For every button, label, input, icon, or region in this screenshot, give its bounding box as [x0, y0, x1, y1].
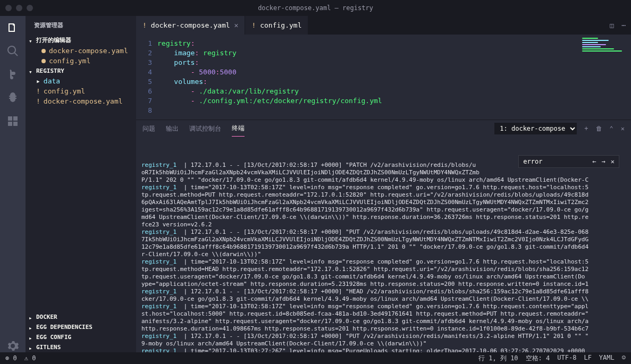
modified-dot-icon — [41, 59, 46, 63]
chevron-down-icon: ▾ — [29, 38, 34, 43]
find-widget: ← → ✕ — [518, 155, 619, 168]
chevron-right-icon: ▸ — [29, 345, 34, 350]
panel: 问题 输出 调试控制台 终端 1: docker-compose + 🗑 ⌃ ✕ — [136, 120, 631, 352]
maximize-window[interactable] — [27, 5, 33, 11]
prev-match-icon[interactable]: ← — [592, 158, 596, 165]
close-find-icon[interactable]: ✕ — [611, 158, 615, 165]
scm-icon[interactable] — [6, 68, 19, 81]
next-match-icon[interactable]: → — [602, 158, 605, 165]
status-feedback-icon[interactable]: ☺ — [622, 354, 626, 363]
minimize-window[interactable] — [16, 5, 22, 11]
tab-docker-compose[interactable]: !docker-compose.yaml✕ — [136, 16, 245, 35]
modified-dot-icon — [41, 49, 46, 53]
panel-tab-output[interactable]: 输出 — [166, 121, 179, 137]
panel-tab-terminal[interactable]: 终端 — [232, 121, 245, 137]
settings-icon[interactable] — [6, 340, 19, 352]
status-errors[interactable]: ⊗ 0 — [5, 354, 17, 362]
status-eol[interactable]: LF — [584, 354, 591, 363]
section-gitlens[interactable]: ▸GITLENS — [26, 342, 136, 352]
close-icon[interactable]: ✕ — [234, 21, 239, 29]
file-item[interactable]: ! config.yml — [26, 86, 136, 96]
more-icon[interactable]: ⋯ — [621, 21, 626, 29]
sidebar: 资源管理器 ▾打开的编辑器 docker-compose.yaml config… — [26, 16, 136, 352]
close-panel-icon[interactable]: ✕ — [621, 125, 625, 132]
terminal-output[interactable]: ← → ✕ registry_1 | 172.17.0.1 - - [13/Oc… — [136, 137, 631, 352]
chevron-right-icon: ▸ — [29, 325, 34, 330]
close-window[interactable] — [5, 5, 12, 11]
chevron-right-icon: ▸ — [36, 77, 40, 85]
open-editors-header[interactable]: ▾打开的编辑器 — [26, 35, 136, 46]
status-warnings[interactable]: ⚠ 0 — [24, 354, 36, 362]
find-input[interactable] — [523, 158, 587, 165]
status-cursor[interactable]: 行 1, 列 10 — [478, 354, 518, 363]
open-editor-item[interactable]: config.yml — [26, 56, 136, 66]
titlebar: docker-compose.yaml — registry — [0, 0, 631, 16]
explorer-icon[interactable] — [6, 21, 19, 34]
search-icon[interactable] — [6, 45, 19, 57]
terminal-selector[interactable]: 1: docker-compose — [494, 123, 577, 134]
tab-config[interactable]: !config.yml — [245, 16, 308, 35]
editor[interactable]: 12345678 registry: image: registry ports… — [136, 35, 631, 120]
chevron-right-icon: ▸ — [29, 315, 34, 320]
status-bar: ⊗ 0 ⚠ 0 行 1, 列 10 空格: 4 UTF-8 LF YAML ☺ — [0, 352, 631, 364]
window-title: docker-compose.yaml — registry — [258, 4, 373, 12]
new-terminal-icon[interactable]: + — [584, 125, 588, 132]
panel-tab-debug[interactable]: 调试控制台 — [189, 121, 221, 137]
chevron-right-icon: ▸ — [29, 335, 34, 340]
split-editor-icon[interactable]: ◫ — [610, 21, 614, 29]
line-numbers: 12345678 — [136, 35, 157, 120]
kill-terminal-icon[interactable]: 🗑 — [596, 125, 602, 132]
maximize-panel-icon[interactable]: ⌃ — [610, 125, 613, 132]
section-egg-deps[interactable]: ▸EGG DEPENDENCIES — [26, 322, 136, 332]
section-docker[interactable]: ▸DOCKER — [26, 312, 136, 322]
section-egg-config[interactable]: ▸EGG CONFIG — [26, 332, 136, 342]
debug-icon[interactable] — [6, 91, 19, 104]
open-editor-item[interactable]: docker-compose.yaml — [26, 46, 136, 56]
code-content[interactable]: registry: image: registry ports: - 5000:… — [157, 35, 382, 120]
activity-bar — [0, 16, 26, 352]
minimap[interactable] — [578, 35, 631, 120]
extensions-icon[interactable] — [6, 115, 19, 128]
status-indent[interactable]: 空格: 4 — [526, 354, 550, 363]
chevron-down-icon: ▾ — [29, 69, 34, 74]
folder-item[interactable]: ▸data — [26, 76, 136, 86]
status-lang[interactable]: YAML — [599, 354, 615, 363]
sidebar-title: 资源管理器 — [26, 16, 136, 35]
editor-tabs: !docker-compose.yaml✕ !config.yml ◫ ⋯ — [136, 16, 631, 35]
file-item[interactable]: ! docker-compose.yaml — [26, 96, 136, 106]
project-header[interactable]: ▾REGISTRY — [26, 66, 136, 76]
panel-tab-problems[interactable]: 问题 — [142, 121, 155, 137]
status-encoding[interactable]: UTF-8 — [557, 354, 576, 363]
